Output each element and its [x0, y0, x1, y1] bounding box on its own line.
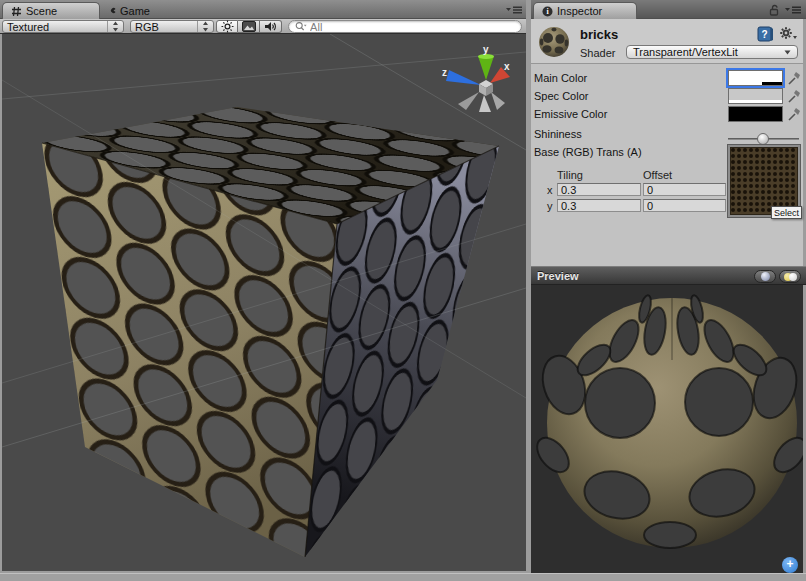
gizmo-y-label[interactable]: y	[483, 44, 489, 55]
scene-grid-icon	[11, 6, 22, 17]
shininess-slider[interactable]	[728, 133, 799, 145]
scene-viewport-canvas: y x z	[2, 34, 526, 571]
scene-search-input[interactable]	[310, 21, 515, 33]
render-mode-dropdown[interactable]: RGB	[130, 20, 214, 33]
sphere-preview-icon	[761, 272, 770, 281]
scene-viewport[interactable]: y x z	[2, 34, 526, 571]
offset-header: Offset	[643, 169, 672, 181]
scene-skybox-toggle[interactable]	[238, 20, 260, 33]
tab-inspector[interactable]: i Inspector	[533, 2, 637, 19]
base-texture-label: Base (RGB) Trans (A)	[534, 146, 642, 158]
updown-arrows-icon	[197, 21, 209, 32]
add-label-button[interactable]: +	[782, 557, 798, 573]
tab-scene[interactable]: Scene	[2, 2, 100, 19]
offset-y-input[interactable]	[643, 199, 726, 212]
emissive-color-swatch[interactable]	[728, 106, 783, 122]
render-mode-value: RGB	[135, 21, 159, 33]
offset-x-input[interactable]	[643, 183, 726, 196]
gear-icon[interactable]	[779, 26, 798, 42]
draw-mode-dropdown[interactable]: Textured	[2, 20, 124, 33]
help-icon[interactable]: ?	[757, 26, 774, 42]
preview-header[interactable]: Preview	[531, 266, 806, 285]
scene-search-field[interactable]	[288, 20, 522, 33]
textured-cube[interactable]	[42, 107, 499, 557]
shader-dropdown[interactable]: Transparent/VertexLit	[626, 45, 798, 59]
tiling-x-input[interactable]	[557, 183, 641, 196]
scene-audio-toggle[interactable]	[260, 20, 282, 33]
tiling-header: Tiling	[557, 169, 583, 181]
emissive-color-label: Emissive Color	[534, 108, 607, 120]
eyedropper-icon[interactable]	[787, 70, 801, 86]
scene-panel-menu-icon[interactable]	[505, 5, 523, 15]
tab-game-label: Game	[120, 5, 150, 17]
gizmo-y-axis-cone[interactable]	[478, 56, 494, 80]
eyedropper-icon[interactable]	[787, 106, 801, 122]
preview-title: Preview	[537, 270, 579, 282]
draw-mode-value: Textured	[7, 21, 49, 33]
tiling-y-axis-label: y	[547, 200, 553, 212]
shader-label: Shader	[580, 47, 615, 59]
scene-tabstrip: Scene Game	[0, 0, 530, 19]
speaker-icon	[264, 20, 277, 33]
updown-arrows-icon	[107, 21, 119, 32]
tab-game[interactable]: Game	[104, 2, 156, 19]
inspector-menu-icon[interactable]	[784, 5, 802, 15]
main-color-label: Main Color	[534, 72, 587, 84]
preview-lighting-button[interactable]	[779, 270, 801, 283]
spec-color-swatch[interactable]	[728, 88, 783, 104]
shader-value: Transparent/VertexLit	[633, 46, 738, 58]
tiling-y-input[interactable]	[557, 199, 641, 212]
main-color-swatch[interactable]	[728, 70, 783, 86]
inspector-content: bricks Shader Transparent/VertexLit ?	[531, 19, 806, 266]
inspector-tabstrip: i Inspector	[531, 0, 806, 19]
alpha-bar	[729, 100, 782, 103]
spec-color-label: Spec Color	[534, 90, 588, 102]
preview-sphere-canvas	[531, 285, 803, 573]
inspector-lock-icon[interactable]	[768, 4, 780, 16]
gizmo-z-axis-cone[interactable]	[446, 70, 481, 85]
gizmo-z-label[interactable]: z	[442, 67, 447, 78]
material-header: bricks Shader Transparent/VertexLit ?	[531, 19, 803, 64]
material-name: bricks	[580, 27, 618, 42]
eyedropper-icon[interactable]	[787, 88, 801, 104]
shininess-label: Shininess	[534, 128, 582, 140]
window-bottom-edge	[0, 573, 806, 581]
svg-text:?: ?	[761, 29, 767, 40]
info-icon: i	[542, 6, 553, 17]
material-preview-viewport[interactable]: +	[531, 285, 806, 573]
scene-toolbar: Textured RGB	[0, 19, 530, 34]
tab-scene-label: Scene	[26, 5, 57, 17]
chevron-down-icon	[784, 50, 791, 55]
slider-thumb[interactable]	[757, 133, 769, 145]
sun-icon	[221, 20, 234, 33]
texture-select-button[interactable]: Select	[771, 206, 802, 219]
alpha-bar	[729, 82, 782, 85]
preview-model-button[interactable]	[754, 270, 776, 283]
scene-lighting-toggle[interactable]	[216, 20, 238, 33]
light-dot-icon	[789, 273, 797, 281]
material-sphere-thumbnail	[538, 26, 570, 58]
tiling-x-axis-label: x	[547, 184, 553, 196]
unity-editor-window: Scene Game Textured RGB	[0, 0, 806, 581]
alpha-bar	[729, 118, 782, 121]
search-icon	[295, 21, 307, 32]
game-view-icon	[110, 5, 116, 16]
image-icon	[242, 21, 256, 32]
gizmo-x-label[interactable]: x	[504, 61, 510, 72]
tab-inspector-label: Inspector	[557, 5, 602, 17]
